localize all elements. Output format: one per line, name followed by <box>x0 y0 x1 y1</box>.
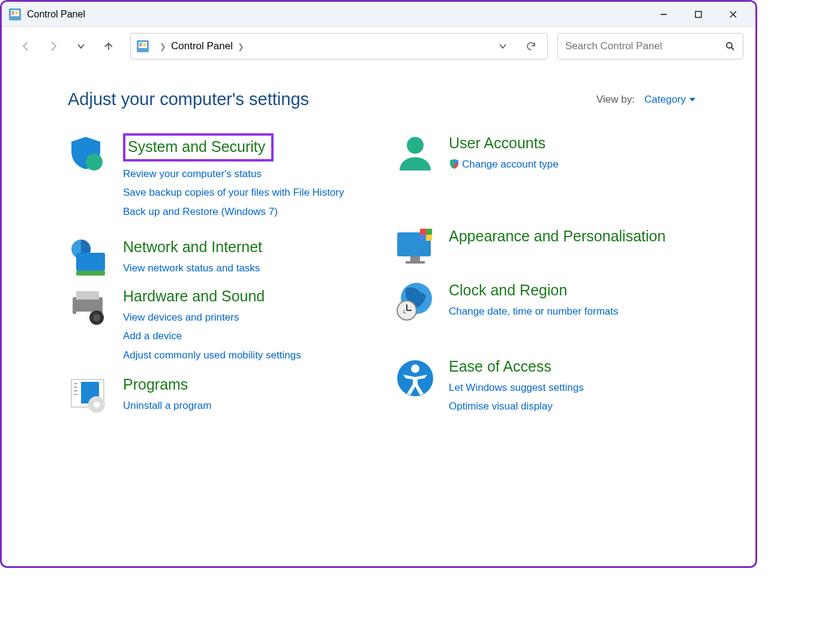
svg-point-47 <box>94 402 100 408</box>
category-link[interactable]: Add a device <box>123 328 370 344</box>
category-programs: Programs Uninstall a program <box>68 375 370 418</box>
network-icon <box>68 237 111 280</box>
svg-point-14 <box>727 43 732 48</box>
svg-rect-6 <box>695 11 701 17</box>
recent-dropdown[interactable] <box>69 34 93 58</box>
shield-icon <box>68 133 111 177</box>
link-text: Change account type <box>462 158 559 170</box>
category-title[interactable]: Ease of Access <box>449 357 551 376</box>
page-heading: Adjust your computer's settings <box>68 89 309 109</box>
category-title[interactable]: Network and Internet <box>123 237 262 257</box>
svg-rect-3 <box>11 13 14 14</box>
highlight-annotation: System and Security <box>123 133 274 162</box>
category-title[interactable]: Programs <box>123 375 188 394</box>
svg-rect-19 <box>410 256 420 261</box>
category-ease-of-access: Ease of Access Let Windows suggest setti… <box>394 357 695 418</box>
svg-line-15 <box>731 47 734 50</box>
close-button[interactable] <box>716 3 751 26</box>
svg-rect-4 <box>16 11 18 14</box>
maximize-button[interactable] <box>681 3 716 26</box>
category-link[interactable]: Let Windows suggest settings <box>449 380 695 396</box>
toolbar: ❯ Control Panel ❯ <box>2 27 755 65</box>
category-system-security: System and Security Review your computer… <box>68 133 370 219</box>
svg-rect-11 <box>139 43 142 44</box>
category-link[interactable]: View network status and tasks <box>123 261 370 276</box>
chevron-down-icon <box>689 98 695 101</box>
category-link[interactable]: Change date, time or number formats <box>449 304 695 319</box>
category-title[interactable]: System and Security <box>128 137 265 157</box>
svg-rect-34 <box>76 291 99 300</box>
user-icon <box>394 133 437 177</box>
view-by-value: Category <box>644 94 686 106</box>
svg-rect-43 <box>74 390 77 391</box>
svg-rect-41 <box>74 383 77 384</box>
category-network: Network and Internet View network status… <box>68 237 370 280</box>
category-title[interactable]: User Accounts <box>449 133 545 153</box>
svg-rect-23 <box>420 235 426 241</box>
breadcrumb-item[interactable]: Control Panel <box>171 40 233 52</box>
category-link[interactable]: Adjust commonly used mobility settings <box>123 348 370 363</box>
svg-rect-2 <box>11 11 14 13</box>
address-dropdown-icon[interactable] <box>498 41 508 51</box>
svg-rect-27 <box>76 271 105 276</box>
svg-rect-12 <box>139 45 142 46</box>
uac-shield-icon <box>449 158 460 169</box>
category-clock-region: L Clock and Region Change date, time or … <box>394 280 695 363</box>
search-input[interactable] <box>565 40 725 52</box>
svg-rect-22 <box>426 229 432 235</box>
view-by: View by: Category <box>596 94 695 106</box>
category-link[interactable]: View devices and printers <box>123 310 370 325</box>
minimize-button[interactable] <box>646 3 681 26</box>
forward-button[interactable] <box>41 34 65 58</box>
svg-text:L: L <box>403 309 406 315</box>
control-panel-icon <box>9 8 21 20</box>
category-appearance: Appearance and Personalisation <box>394 226 695 280</box>
category-link[interactable]: Back up and Restore (Windows 7) <box>123 204 370 220</box>
category-link[interactable]: Optimise visual display <box>449 399 695 414</box>
accessibility-icon <box>394 357 437 400</box>
programs-icon <box>68 375 111 418</box>
svg-rect-44 <box>74 394 77 395</box>
refresh-icon[interactable] <box>526 41 536 52</box>
view-by-label: View by: <box>596 94 635 106</box>
category-title[interactable]: Hardware and Sound <box>123 286 265 306</box>
window-title: Control Panel <box>27 9 85 20</box>
content-area: Adjust your computer's settings View by:… <box>2 65 755 442</box>
category-link[interactable]: Save backup copies of your files with Fi… <box>123 185 370 201</box>
window-controls <box>646 3 751 26</box>
category-link[interactable]: Uninstall a program <box>123 398 370 414</box>
category-title[interactable]: Appearance and Personalisation <box>449 226 665 246</box>
svg-rect-13 <box>143 43 146 46</box>
svg-point-39 <box>411 364 419 373</box>
category-user-accounts: User Accounts Change account type <box>394 133 695 219</box>
breadcrumb-separator: ❯ <box>238 42 244 51</box>
category-title[interactable]: Clock and Region <box>449 280 567 300</box>
category-hardware-sound: Hardware and Sound View devices and prin… <box>68 286 370 363</box>
svg-rect-24 <box>426 235 432 241</box>
category-link[interactable]: Change account type <box>449 157 695 172</box>
search-box[interactable] <box>557 33 743 59</box>
printer-icon <box>68 286 111 330</box>
breadcrumb-separator: ❯ <box>160 42 166 51</box>
svg-rect-20 <box>406 261 425 264</box>
category-link[interactable]: Review your computer's status <box>123 166 370 182</box>
address-bar[interactable]: ❯ Control Panel ❯ <box>130 33 548 59</box>
monitor-icon <box>394 226 437 270</box>
titlebar: Control Panel <box>2 2 755 27</box>
svg-rect-26 <box>76 253 105 271</box>
svg-rect-21 <box>420 229 426 235</box>
svg-rect-42 <box>74 387 77 388</box>
svg-point-17 <box>407 137 424 154</box>
svg-point-37 <box>93 314 100 321</box>
search-icon[interactable] <box>725 41 736 52</box>
view-by-dropdown[interactable]: Category <box>644 94 695 106</box>
back-button[interactable] <box>14 34 38 58</box>
up-button[interactable] <box>97 34 121 58</box>
svg-point-16 <box>86 154 103 171</box>
globe-clock-icon: L <box>394 280 437 324</box>
address-icon <box>137 40 149 52</box>
